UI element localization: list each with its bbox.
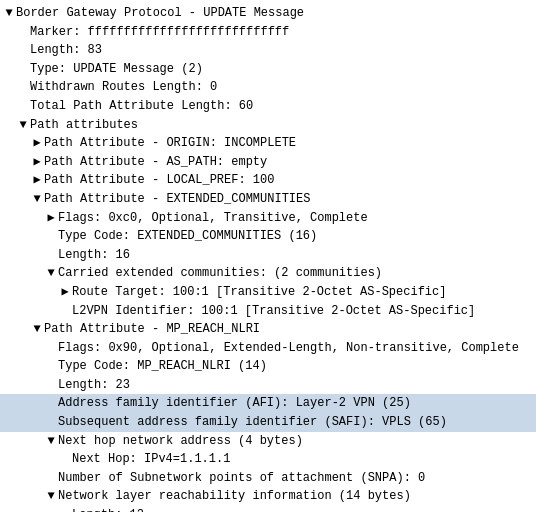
toggle-nlri-length	[58, 506, 72, 512]
tree-item-path-attrs[interactable]: ▼Path attributes	[0, 116, 536, 135]
tree-item-flags-mpreach: Flags: 0x90, Optional, Extended-Length, …	[0, 339, 536, 358]
text-withdrawn: Withdrawn Routes Length: 0	[30, 78, 217, 97]
text-nexthop-net: Next hop network address (4 bytes)	[58, 432, 303, 451]
tree-item-safi: Subsequent address family identifier (SA…	[0, 413, 536, 432]
tree-item-l2vpn-id: L2VPN Identifier: 100:1 [Transitive 2-Oc…	[0, 302, 536, 321]
toggle-length-mpreach	[44, 376, 58, 395]
tree-item-total-path: Total Path Attribute Length: 60	[0, 97, 536, 116]
text-flags-extcomm: Flags: 0xc0, Optional, Transitive, Compl…	[58, 209, 368, 228]
toggle-typecode-mpreach	[44, 357, 58, 376]
toggle-pa-localpref[interactable]: ▶	[30, 171, 44, 190]
toggle-pa-extcomm[interactable]: ▼	[30, 190, 44, 209]
tree-item-nexthop-net[interactable]: ▼Next hop network address (4 bytes)	[0, 432, 536, 451]
tree-item-typecode-mpreach: Type Code: MP_REACH_NLRI (14)	[0, 357, 536, 376]
toggle-safi	[44, 413, 58, 432]
toggle-typecode-extcomm	[44, 227, 58, 246]
text-route-target: Route Target: 100:1 [Transitive 2-Octet …	[72, 283, 446, 302]
toggle-length	[16, 41, 30, 60]
text-typecode-extcomm: Type Code: EXTENDED_COMMUNITIES (16)	[58, 227, 317, 246]
toggle-carried[interactable]: ▼	[44, 264, 58, 283]
toggle-pa-mpreach[interactable]: ▼	[30, 320, 44, 339]
toggle-nexthop-net[interactable]: ▼	[44, 432, 58, 451]
tree-item-length: Length: 83	[0, 41, 536, 60]
toggle-l2vpn-id	[58, 302, 72, 321]
tree-item-pa-localpref[interactable]: ▶Path Attribute - LOCAL_PREF: 100	[0, 171, 536, 190]
tree-item-withdrawn: Withdrawn Routes Length: 0	[0, 78, 536, 97]
tree-item-nlri[interactable]: ▼Network layer reachability information …	[0, 487, 536, 506]
text-pa-aspath: Path Attribute - AS_PATH: empty	[44, 153, 267, 172]
tree-item-length-mpreach: Length: 23	[0, 376, 536, 395]
text-pa-extcomm: Path Attribute - EXTENDED_COMMUNITIES	[44, 190, 310, 209]
text-length: Length: 83	[30, 41, 102, 60]
toggle-nlri[interactable]: ▼	[44, 487, 58, 506]
toggle-root[interactable]: ▼	[2, 4, 16, 23]
tree-item-pa-extcomm[interactable]: ▼Path Attribute - EXTENDED_COMMUNITIES	[0, 190, 536, 209]
text-root: Border Gateway Protocol - UPDATE Message	[16, 4, 304, 23]
text-pa-localpref: Path Attribute - LOCAL_PREF: 100	[44, 171, 274, 190]
toggle-flags-extcomm[interactable]: ▶	[44, 209, 58, 228]
text-pa-origin: Path Attribute - ORIGIN: INCOMPLETE	[44, 134, 296, 153]
text-afi: Address family identifier (AFI): Layer-2…	[58, 394, 411, 413]
text-carried: Carried extended communities: (2 communi…	[58, 264, 382, 283]
tree-container: ▼Border Gateway Protocol - UPDATE Messag…	[0, 0, 536, 512]
toggle-pa-origin[interactable]: ▶	[30, 134, 44, 153]
tree-item-pa-aspath[interactable]: ▶Path Attribute - AS_PATH: empty	[0, 153, 536, 172]
text-nlri-length: Length: 12	[72, 506, 144, 512]
tree-item-route-target[interactable]: ▶Route Target: 100:1 [Transitive 2-Octet…	[0, 283, 536, 302]
text-pa-mpreach: Path Attribute - MP_REACH_NLRI	[44, 320, 260, 339]
text-l2vpn-id: L2VPN Identifier: 100:1 [Transitive 2-Oc…	[72, 302, 475, 321]
tree-item-afi: Address family identifier (AFI): Layer-2…	[0, 394, 536, 413]
text-length-mpreach: Length: 23	[58, 376, 130, 395]
text-total-path: Total Path Attribute Length: 60	[30, 97, 253, 116]
text-typecode-mpreach: Type Code: MP_REACH_NLRI (14)	[58, 357, 267, 376]
toggle-flags-mpreach	[44, 339, 58, 358]
text-marker: Marker: ffffffffffffffffffffffffffff	[30, 23, 289, 42]
tree-item-typecode-extcomm: Type Code: EXTENDED_COMMUNITIES (16)	[0, 227, 536, 246]
toggle-path-attrs[interactable]: ▼	[16, 116, 30, 135]
tree-item-root[interactable]: ▼Border Gateway Protocol - UPDATE Messag…	[0, 4, 536, 23]
text-nexthop: Next Hop: IPv4=1.1.1.1	[72, 450, 230, 469]
text-snpa: Number of Subnetwork points of attachmen…	[58, 469, 425, 488]
toggle-type	[16, 60, 30, 79]
tree-item-snpa: Number of Subnetwork points of attachmen…	[0, 469, 536, 488]
text-nlri: Network layer reachability information (…	[58, 487, 411, 506]
tree-item-pa-origin[interactable]: ▶Path Attribute - ORIGIN: INCOMPLETE	[0, 134, 536, 153]
tree-item-nexthop: Next Hop: IPv4=1.1.1.1	[0, 450, 536, 469]
text-path-attrs: Path attributes	[30, 116, 138, 135]
toggle-withdrawn	[16, 78, 30, 97]
toggle-marker	[16, 23, 30, 42]
tree-item-marker: Marker: ffffffffffffffffffffffffffff	[0, 23, 536, 42]
text-type: Type: UPDATE Message (2)	[30, 60, 203, 79]
tree-item-type: Type: UPDATE Message (2)	[0, 60, 536, 79]
tree-item-length-extcomm: Length: 16	[0, 246, 536, 265]
tree-item-carried[interactable]: ▼Carried extended communities: (2 commun…	[0, 264, 536, 283]
toggle-nexthop	[58, 450, 72, 469]
text-flags-mpreach: Flags: 0x90, Optional, Extended-Length, …	[58, 339, 519, 358]
tree-item-nlri-length: Length: 12	[0, 506, 536, 512]
toggle-snpa	[44, 469, 58, 488]
tree-item-flags-extcomm[interactable]: ▶Flags: 0xc0, Optional, Transitive, Comp…	[0, 209, 536, 228]
text-length-extcomm: Length: 16	[58, 246, 130, 265]
tree-item-pa-mpreach[interactable]: ▼Path Attribute - MP_REACH_NLRI	[0, 320, 536, 339]
toggle-afi	[44, 394, 58, 413]
toggle-length-extcomm	[44, 246, 58, 265]
toggle-route-target[interactable]: ▶	[58, 283, 72, 302]
toggle-pa-aspath[interactable]: ▶	[30, 153, 44, 172]
text-safi: Subsequent address family identifier (SA…	[58, 413, 447, 432]
toggle-total-path	[16, 97, 30, 116]
